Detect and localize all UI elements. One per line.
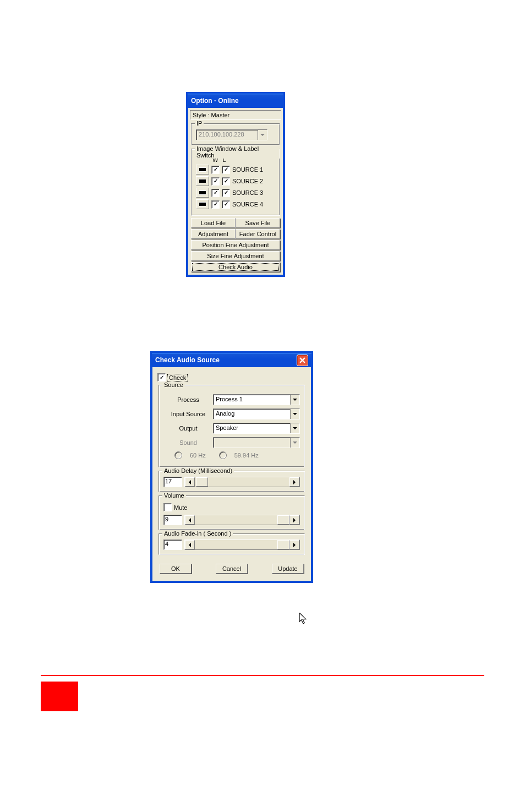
mute-label: Mute [174,504,187,511]
switch-legend: Image Window & Label Switch [195,145,280,159]
volume-scrollbar[interactable] [184,515,300,525]
volume-group: Volume Mute 9 [158,495,305,530]
source3-l-checkbox[interactable] [222,189,230,197]
ip-group: IP 210.100.100.228 [191,123,280,145]
update-button[interactable]: Update [272,564,304,574]
window-title: Option - Online [191,97,239,105]
close-button[interactable] [297,355,308,366]
chevron-down-icon[interactable] [290,395,299,405]
volume-legend: Volume [162,492,186,499]
scroll-thumb[interactable] [196,477,208,487]
check-audio-button[interactable]: Check Audio [191,262,280,272]
60hz-radio [174,451,182,459]
5994hz-label: 59.94 Hz [234,452,259,459]
5994hz-radio [219,451,227,459]
check-checkbox[interactable] [157,373,166,382]
source4-l-checkbox[interactable] [222,200,230,209]
check-label: Check [168,374,187,381]
source4-label: SOURCE 4 [232,201,263,208]
ip-legend: IP [195,120,204,127]
chevron-down-icon[interactable] [290,423,299,433]
delay-legend: Audio Delay (Millisecond) [162,467,234,474]
sound-label: Sound [163,439,213,446]
source-legend: Source [162,382,185,388]
monitor-icon[interactable] [196,176,209,186]
size-fine-adjustment-button[interactable]: Size Fine Adjustment [191,251,280,261]
scroll-left-button[interactable] [185,477,195,487]
source4-w-checkbox[interactable] [211,200,220,209]
source1-label: SOURCE 1 [232,166,263,173]
scroll-right-button[interactable] [289,540,299,549]
source3-w-checkbox[interactable] [211,189,220,197]
ip-combo: 210.100.100.228 [196,129,267,140]
scroll-right-button[interactable] [289,477,299,487]
monitor-icon[interactable] [196,165,209,175]
adjustment-button[interactable]: Adjustment [191,229,236,239]
source2-label: SOURCE 2 [232,178,263,184]
fader-control-button[interactable]: Fader Control [236,229,280,239]
source1-l-checkbox[interactable] [222,166,230,174]
cancel-button[interactable]: Cancel [216,564,248,574]
fade-input[interactable]: 4 [163,539,182,550]
output-label: Output [163,425,213,432]
delay-scrollbar[interactable] [184,477,300,487]
monitor-icon[interactable] [196,188,209,198]
chevron-down-icon[interactable] [290,409,299,419]
sound-combo [213,437,300,448]
source-group: Source Process Process 1 Input Source An… [158,385,305,467]
source2-w-checkbox[interactable] [211,177,220,186]
option-online-window: Option - Online Style : Master IP 210.10… [186,92,285,277]
chevron-down-icon [290,438,299,448]
divider-line [41,675,484,676]
scroll-thumb[interactable] [277,515,289,525]
monitor-icon[interactable] [196,199,209,209]
save-file-button[interactable]: Save File [236,218,280,228]
window-title-bar[interactable]: Check Audio Source [152,353,311,367]
check-audio-source-window: Check Audio Source Check Source Process … [150,351,313,583]
scroll-right-button[interactable] [289,515,299,525]
source2-l-checkbox[interactable] [222,177,230,186]
volume-input[interactable]: 9 [163,515,182,525]
audio-fadein-group: Audio Fade-in ( Second ) 4 [158,533,305,555]
process-combo[interactable]: Process 1 [213,394,300,405]
mute-checkbox[interactable] [163,503,172,511]
fade-legend: Audio Fade-in ( Second ) [162,530,233,537]
load-file-button[interactable]: Load File [191,218,236,228]
output-combo[interactable]: Speaker [213,423,300,434]
scroll-thumb[interactable] [277,540,289,549]
scroll-left-button[interactable] [185,540,195,549]
window-title: Check Audio Source [155,356,220,364]
input-source-label: Input Source [163,411,213,417]
delay-input[interactable]: 17 [163,477,182,487]
red-block [41,682,78,711]
style-display: Style : Master [190,110,281,120]
source3-label: SOURCE 3 [232,189,263,196]
window-title-bar[interactable]: Option - Online [188,94,283,108]
chevron-down-icon [258,130,267,140]
input-source-combo[interactable]: Analog [213,408,300,419]
scroll-left-button[interactable] [185,515,195,525]
ok-button[interactable]: OK [160,564,192,574]
source1-w-checkbox[interactable] [211,166,220,174]
position-fine-adjustment-button[interactable]: Position Fine Adjustment [191,240,280,250]
fade-scrollbar[interactable] [184,539,300,550]
60hz-label: 60 Hz [190,452,206,459]
process-label: Process [163,396,213,403]
image-window-label-switch-group: Image Window & Label Switch W L SOURCE 1… [191,149,280,216]
audio-delay-group: Audio Delay (Millisecond) 17 [158,471,305,492]
cursor-icon [299,613,308,625]
